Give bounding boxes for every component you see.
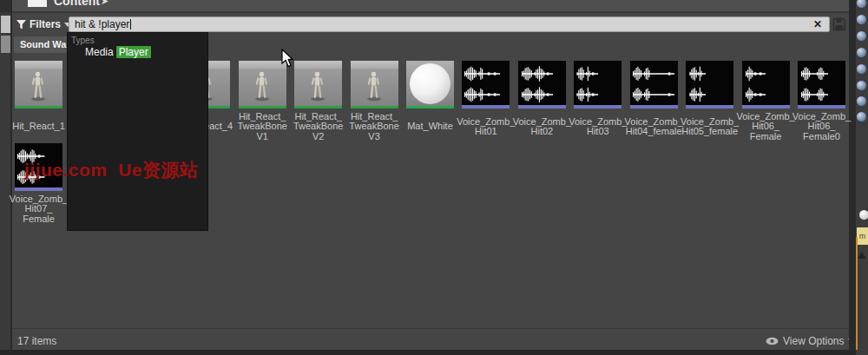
anim-thumbnail (351, 61, 398, 108)
panel-circle-icon[interactable] (859, 210, 868, 220)
watermark-text: jijue.com Ue资源站 (24, 158, 199, 182)
suggestion-prefix: Media (85, 46, 114, 58)
panel-orb-icon[interactable] (857, 96, 866, 106)
asset-label: Voice_Zomb_Hit07_Female (2, 193, 76, 226)
audio-thumbnail (462, 61, 510, 108)
panel-orb-icon[interactable] (857, 48, 866, 57)
anim-thumbnail (294, 61, 342, 108)
material-sphere (410, 63, 450, 104)
asset-type-stripe (15, 187, 62, 191)
asset-type-stripe (15, 106, 62, 108)
asset-type-stripe (239, 106, 286, 108)
asset-type-stripe (630, 105, 678, 108)
audio-thumbnail (574, 61, 621, 108)
asset-voice-zomb-hit02[interactable]: Voice_Zomb_Hit02 (518, 61, 566, 108)
asset-mat-white[interactable]: Mat_White (406, 61, 454, 108)
unreal-content-browser: Content ➤ Filters hit & !player ✕ Sound … (0, 0, 868, 355)
asset-label: Voice_Zomb_Hit06_Female0 (785, 110, 859, 143)
audio-thumbnail (686, 61, 733, 108)
asset-hit-react-tweakbone-v1[interactable]: Hit_React_TweakBoneV1 (239, 61, 286, 108)
anim-thumbnail (239, 61, 286, 108)
asset-voice-zomb-hit01[interactable]: Voice_Zomb_Hit01 (462, 61, 510, 108)
asset-type-stripe (574, 105, 621, 108)
filter-chip-sound-wave[interactable]: Sound Wa (14, 36, 74, 53)
filters-button[interactable]: Filters (16, 16, 71, 32)
statusbar-divider (12, 328, 849, 329)
left-panel-button-fragment[interactable] (1, 16, 10, 33)
asset-type-stripe (798, 105, 845, 108)
search-suggestions-dropdown: Types Media Player (67, 32, 208, 231)
window-bottom-edge (0, 350, 856, 355)
suggestion-highlight: Player (116, 46, 151, 58)
search-input-value: hit & !player (75, 18, 129, 30)
save-search-icon[interactable] (832, 17, 846, 31)
funnel-icon (16, 20, 26, 30)
items-count: 17 items (17, 335, 56, 347)
panel-orb-icon[interactable] (857, 0, 866, 8)
panel-orb-icon[interactable] (857, 81, 866, 90)
audio-thumbnail (630, 61, 678, 108)
view-options-label: View Options (783, 335, 844, 347)
scroll-arrow-icon[interactable] (858, 252, 866, 259)
asset-voice-zomb-hit06-female[interactable]: Voice_Zomb_Hit06_Female (742, 61, 790, 108)
content-folder-icon (26, 0, 49, 9)
panel-orb-icon[interactable] (857, 15, 866, 24)
suggestion-media-player[interactable]: Media Player (85, 46, 151, 58)
asset-voice-zomb-hit03[interactable]: Voice_Zomb_Hit03 (574, 61, 621, 108)
asset-type-stripe (686, 105, 733, 108)
mouse-cursor (281, 49, 295, 68)
asset-voice-zomb-hit04-female[interactable]: Voice_Zomb_Hit04_female (630, 61, 678, 108)
breadcrumb-divider (12, 11, 849, 13)
asset-type-stripe (462, 105, 510, 108)
asset-type-stripe (351, 106, 398, 108)
asset-hit-react-tweakbone-v2[interactable]: Hit_React_TweakBoneV2 (294, 61, 342, 108)
search-input[interactable]: hit & !player ✕ (69, 16, 830, 32)
left-panel-button-fragment[interactable] (1, 36, 10, 53)
text-cursor (130, 19, 131, 30)
panel-orb-icon[interactable] (857, 31, 866, 41)
view-options-button[interactable]: View Options (766, 334, 855, 347)
suggestions-header: Types (71, 36, 95, 45)
asset-voice-zomb-hit06-female0[interactable]: Voice_Zomb_Hit06_Female0 (798, 61, 845, 108)
anim-thumbnail (15, 61, 62, 108)
asset-type-stripe (742, 105, 790, 108)
audio-thumbnail (742, 61, 790, 108)
audio-thumbnail (518, 61, 566, 108)
asset-type-stripe (294, 106, 342, 108)
focused-window-border (856, 237, 858, 350)
breadcrumb: Content ➤ (12, 0, 849, 11)
asset-voice-zomb-hit05-female[interactable]: Voice_Zomb_Hit05_female (686, 61, 733, 108)
breadcrumb-arrow-icon[interactable]: ➤ (101, 0, 108, 7)
panel-orb-icon[interactable] (857, 64, 866, 74)
material-thumbnail (406, 61, 454, 108)
panel-divider-right (849, 0, 856, 355)
filters-label: Filters (30, 18, 61, 30)
panel-divider-left (10, 0, 12, 355)
asset-type-stripe (406, 106, 454, 108)
right-panel-edge: m (856, 0, 868, 355)
docked-tab-fragment[interactable]: m (857, 227, 868, 245)
eye-icon (766, 337, 779, 345)
clear-search-icon[interactable]: ✕ (813, 18, 822, 30)
asset-hit-react-tweakbone-v3[interactable]: Hit_React_TweakBoneV3 (351, 61, 398, 108)
asset-hit-react-1[interactable]: Hit_React_1 (15, 61, 62, 108)
audio-thumbnail (798, 61, 845, 108)
asset-type-stripe (518, 105, 566, 108)
breadcrumb-path[interactable]: Content (54, 0, 100, 8)
